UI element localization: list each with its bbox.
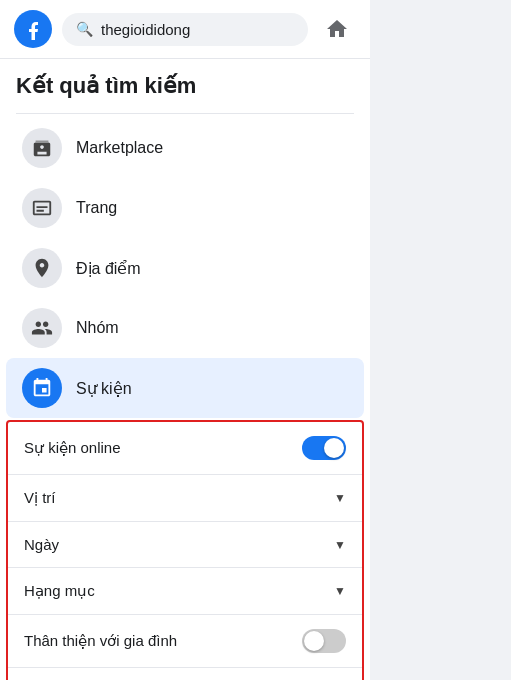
su-kien-icon-bg [22,368,62,408]
ngay-dropdown-arrow: ▼ [334,538,346,552]
trang-icon-bg [22,188,62,228]
hang-muc-dropdown-arrow: ▼ [334,584,346,598]
marketplace-icon-bg [22,128,62,168]
page-title: Kết quả tìm kiếm [16,73,354,99]
header: 🔍 thegioididong [0,0,370,59]
group-icon [31,317,53,339]
location-icon [31,257,53,279]
search-icon: 🔍 [76,21,93,37]
result-item-marketplace[interactable]: Marketplace [6,118,364,178]
result-item-su-kien[interactable]: Sự kiện [6,358,364,418]
page-title-section: Kết quả tìm kiếm [0,59,370,105]
result-list: Marketplace Trang Địa điểm [0,114,370,680]
toggle-than-thien[interactable] [302,629,346,653]
toggle-knob-su-kien-online [324,438,344,458]
filter-row-vi-tri[interactable]: Vị trí ▼ [8,475,362,522]
filter-row-than-thien: Thân thiện với gia đình [8,615,362,668]
trang-label: Trang [76,199,117,217]
filter-row-ngay[interactable]: Ngày ▼ [8,522,362,568]
home-button[interactable] [318,10,356,48]
filter-label-su-kien-online: Sự kiện online [24,439,121,457]
toggle-knob-than-thien [304,631,324,651]
search-bar[interactable]: 🔍 thegioididong [62,13,308,46]
toggle-su-kien-online[interactable] [302,436,346,460]
filter-label-hang-muc: Hạng mục [24,582,95,600]
result-item-dia-diem[interactable]: Địa điểm [6,238,364,298]
marketplace-icon [31,137,53,159]
event-icon [31,377,53,399]
filter-row-su-kien-online: Sự kiện online [8,422,362,475]
search-query: thegioididong [101,21,190,38]
marketplace-label: Marketplace [76,139,163,157]
facebook-logo [14,10,52,48]
result-item-nhom[interactable]: Nhóm [6,298,364,358]
right-panel [370,0,511,680]
result-item-trang[interactable]: Trang [6,178,364,238]
dia-diem-icon-bg [22,248,62,288]
filter-label-ngay: Ngày [24,536,59,553]
vi-tri-dropdown-arrow: ▼ [334,491,346,505]
filter-row-pho-bien: Phổ biến với bạn bè [8,668,362,680]
filter-label-vi-tri: Vị trí [24,489,56,507]
page-icon [31,197,53,219]
dia-diem-label: Địa điểm [76,259,141,278]
home-icon [325,17,349,41]
nhom-icon-bg [22,308,62,348]
nhom-label: Nhóm [76,319,119,337]
filter-row-hang-muc[interactable]: Hạng mục ▼ [8,568,362,615]
sub-filters-panel: Sự kiện online Vị trí ▼ Ngày ▼ [6,420,364,680]
filter-label-than-thien: Thân thiện với gia đình [24,632,177,650]
su-kien-label: Sự kiện [76,379,132,398]
